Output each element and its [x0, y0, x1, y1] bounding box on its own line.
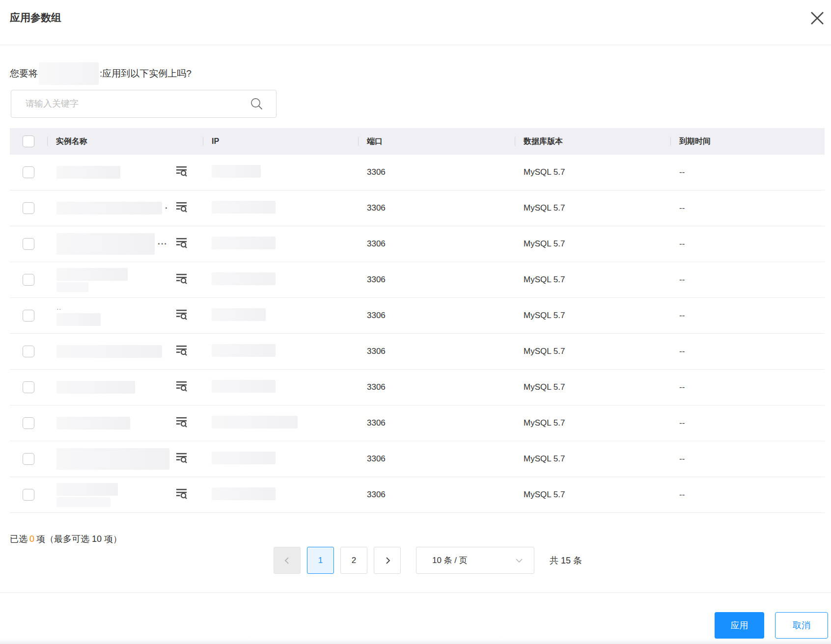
table-row: ···3306MySQL 5.7-- [10, 226, 825, 262]
prompt-suffix: :应用到以下实例上吗? [100, 67, 192, 80]
row-checkbox[interactable] [23, 310, 34, 322]
redacted-instance-name [56, 448, 169, 470]
list-search-icon[interactable] [176, 416, 188, 428]
row-checkbox[interactable] [23, 489, 34, 501]
redacted-instance-name [56, 313, 101, 326]
expiry-cell: -- [670, 418, 825, 428]
row-checkbox[interactable] [23, 453, 34, 465]
table-row: 3306MySQL 5.7-- [10, 405, 825, 441]
table-header-row: 实例名称IP端口数据库版本到期时间 [10, 128, 825, 155]
row-checkbox-cell [10, 489, 47, 501]
row-checkbox[interactable] [23, 166, 34, 178]
page-size-select[interactable]: 10 条 / 页 [416, 547, 534, 574]
row-checkbox-cell [10, 202, 47, 214]
row-checkbox[interactable] [23, 346, 34, 357]
row-checkbox[interactable] [23, 381, 34, 393]
page-buttons: 12 [307, 547, 374, 574]
ip-detail-icon-cell [170, 201, 203, 215]
ip-detail-icon-cell [170, 237, 203, 251]
row-checkbox[interactable] [23, 274, 34, 286]
redacted-ip [212, 452, 276, 464]
page-button-2[interactable]: 2 [340, 547, 367, 574]
selection-suffix: 项（最多可选 10 项） [36, 534, 122, 544]
port-cell: 3306 [358, 239, 515, 249]
ip-cell [203, 344, 358, 359]
row-checkbox-cell [10, 274, 47, 286]
list-search-icon[interactable] [176, 380, 188, 392]
instance-name-cell [47, 381, 170, 394]
row-checkbox-cell [10, 346, 47, 357]
version-cell: MySQL 5.7 [515, 275, 670, 285]
ip-cell [203, 452, 358, 467]
ip-cell [203, 165, 358, 180]
list-search-icon[interactable] [176, 488, 188, 500]
table-row: ··3306MySQL 5.7-- [10, 298, 825, 334]
row-checkbox[interactable] [23, 238, 34, 250]
version-cell: MySQL 5.7 [515, 490, 670, 500]
instance-name-cell: ·· [47, 306, 170, 326]
dialog-bottom-edge [0, 639, 831, 644]
column-header-ip: IP [203, 137, 358, 146]
redacted-ip [212, 201, 276, 214]
row-checkbox[interactable] [23, 417, 34, 429]
table-row: 3306MySQL 5.7-- [10, 477, 825, 513]
redacted-ip [212, 416, 298, 429]
port-cell: 3306 [358, 203, 515, 213]
list-search-icon[interactable] [176, 345, 188, 356]
page-button-1[interactable]: 1 [307, 547, 334, 574]
cancel-button[interactable]: 取消 [775, 612, 828, 639]
chevron-down-icon [514, 556, 524, 565]
list-search-icon[interactable] [176, 165, 188, 177]
table-row: 3306MySQL 5.7-- [10, 441, 825, 477]
list-search-icon[interactable] [176, 452, 188, 464]
ip-cell [203, 416, 358, 431]
instance-name-cell [47, 483, 170, 507]
selection-prefix: 已选 [10, 534, 28, 544]
redacted-instance-name [56, 417, 130, 429]
column-header-version: 数据库版本 [515, 136, 670, 147]
expiry-cell: -- [670, 275, 825, 285]
expiry-cell: -- [670, 454, 825, 464]
ip-cell [203, 380, 358, 395]
chevron-right-icon [382, 555, 393, 566]
list-search-icon[interactable] [176, 201, 188, 213]
prompt-line: 您要将 :应用到以下实例上吗? [10, 61, 192, 86]
row-checkbox-cell [10, 166, 47, 178]
redacted-instance-name [56, 381, 135, 394]
ip-detail-icon-cell [170, 452, 203, 466]
list-search-icon[interactable] [176, 309, 188, 321]
previous-page-button[interactable] [274, 547, 301, 574]
list-search-icon[interactable] [176, 237, 188, 249]
next-page-button[interactable] [374, 547, 401, 574]
apply-parameter-group-dialog: 应用参数组 您要将 :应用到以下实例上吗? 实例名称IP端口数据库版本到期时间 … [0, 0, 831, 644]
redacted-instance-name [56, 483, 118, 496]
select-all-checkbox[interactable] [23, 135, 34, 147]
close-button[interactable] [808, 10, 826, 27]
table-row: ·3306MySQL 5.7-- [10, 190, 825, 226]
redacted-instance-name [56, 345, 162, 358]
row-checkbox-cell [10, 453, 47, 465]
column-header-expiry: 到期时间 [670, 136, 825, 147]
redacted-ip [212, 165, 261, 178]
search-icon[interactable] [250, 97, 263, 110]
search-box [11, 90, 277, 118]
ip-detail-icon-cell [170, 309, 203, 323]
expiry-cell: -- [670, 167, 825, 177]
ip-cell [203, 308, 358, 323]
search-input[interactable] [11, 90, 250, 117]
list-search-icon[interactable] [176, 273, 188, 285]
redacted-instance-name [56, 233, 155, 255]
instance-name-cell [47, 448, 170, 470]
expiry-cell: -- [670, 203, 825, 213]
table-body: 3306MySQL 5.7--·3306MySQL 5.7--···3306My… [10, 155, 825, 513]
version-cell: MySQL 5.7 [515, 167, 670, 177]
redacted-ip [212, 272, 276, 285]
port-cell: 3306 [358, 382, 515, 392]
version-cell: MySQL 5.7 [515, 418, 670, 428]
header-divider [0, 45, 831, 45]
ip-cell [203, 237, 358, 252]
row-checkbox[interactable] [23, 202, 34, 214]
table-row: 3306MySQL 5.7-- [10, 262, 825, 298]
apply-button[interactable]: 应用 [715, 612, 764, 639]
table-row: 3306MySQL 5.7-- [10, 370, 825, 405]
